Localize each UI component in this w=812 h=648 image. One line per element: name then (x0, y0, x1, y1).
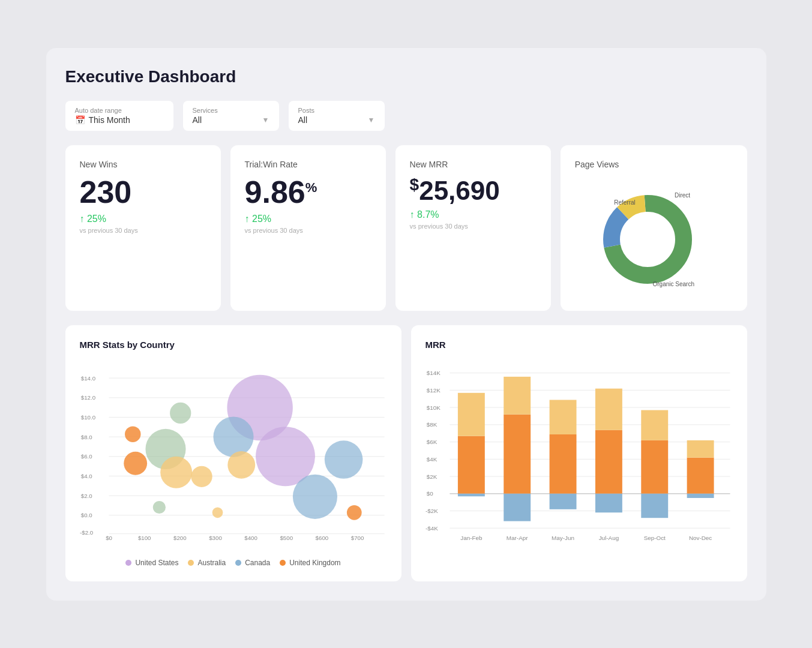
new-mrr-change: ↑ 8.7% (410, 209, 537, 220)
svg-text:$12.0: $12.0 (80, 394, 95, 401)
svg-text:$12K: $12K (426, 386, 440, 393)
page-views-donut: Direct Referral Organic Search (575, 176, 733, 296)
svg-point-44 (324, 440, 362, 479)
date-range-filter[interactable]: Auto date range 📅 This Month (65, 101, 173, 131)
metrics-row: New Wins 230 ↑ 25% vs previous 30 days T… (65, 145, 747, 311)
svg-rect-74 (504, 376, 531, 414)
svg-point-47 (346, 505, 361, 520)
legend-dot-au (188, 560, 194, 566)
bar-area: $14K $12K $10K $8K $6K $4K $2K $0 -$2K -… (426, 359, 733, 551)
svg-point-46 (212, 507, 223, 518)
scatter-svg: $14.0 $12.0 $10.0 $8.0 $6.0 $4.0 $2.0 $0… (80, 359, 387, 551)
scatter-chart-card: MRR Stats by Country $14.0 $12.0 $10.0 $… (65, 325, 401, 581)
donut-chart: Direct Referral Organic Search (594, 179, 714, 293)
svg-point-37 (125, 426, 140, 442)
svg-rect-73 (504, 414, 531, 493)
svg-text:$600: $600 (315, 535, 328, 541)
svg-text:$10K: $10K (426, 404, 440, 410)
legend-label-uk: United Kingdom (289, 559, 340, 567)
legend-label-us: United States (135, 559, 178, 567)
svg-text:$500: $500 (280, 535, 293, 541)
svg-text:$8K: $8K (426, 421, 437, 428)
new-mrr-card: New MRR $25,690 ↑ 8.7% vs previous 30 da… (395, 145, 551, 311)
svg-point-3 (622, 214, 673, 265)
svg-rect-81 (595, 430, 622, 493)
svg-point-39 (160, 456, 192, 488)
svg-text:$0: $0 (426, 490, 433, 497)
svg-rect-89 (687, 457, 714, 493)
dashboard: Executive Dashboard Auto date range 📅 Th… (46, 48, 766, 601)
trial-win-rate-card: Trial:Win Rate 9.86% ↑ 25% vs previous 3… (230, 145, 386, 311)
trial-win-rate-change: ↑ 25% (245, 214, 371, 224)
svg-rect-75 (504, 493, 531, 521)
svg-rect-71 (457, 493, 484, 496)
services-filter[interactable]: Services All ▼ (183, 101, 279, 131)
filters-bar: Auto date range 📅 This Month Services Al… (65, 101, 747, 131)
page-views-card: Page Views Dire (561, 145, 747, 311)
svg-text:May-Jun: May-Jun (552, 535, 574, 541)
services-label: Services (193, 107, 269, 114)
new-wins-comparison: vs previous 30 days (80, 227, 206, 234)
svg-text:$10.0: $10.0 (80, 413, 95, 420)
page-views-title: Page Views (575, 160, 733, 169)
svg-text:Sep-Oct: Sep-Oct (643, 535, 665, 541)
svg-rect-87 (641, 493, 668, 517)
trial-win-rate-value: 9.86% (245, 176, 371, 208)
date-range-label: Auto date range (75, 107, 164, 114)
svg-text:$4.0: $4.0 (80, 472, 92, 479)
svg-text:$14.0: $14.0 (80, 374, 95, 381)
svg-text:$200: $200 (173, 535, 187, 541)
new-mrr-comparison: vs previous 30 days (410, 223, 537, 230)
new-mrr-value: $25,690 (410, 176, 537, 204)
new-wins-change: ↑ 25% (80, 214, 206, 224)
svg-text:$300: $300 (209, 535, 222, 541)
bar-chart-title: MRR (426, 340, 733, 350)
svg-rect-83 (595, 493, 622, 512)
svg-text:$4K: $4K (426, 455, 437, 462)
date-range-value: 📅 This Month (75, 115, 164, 125)
svg-rect-85 (641, 440, 668, 493)
svg-text:$0.0: $0.0 (80, 512, 92, 518)
svg-text:Referral: Referral (614, 199, 636, 206)
posts-filter[interactable]: Posts All ▼ (289, 101, 385, 131)
legend-dot-uk (280, 560, 286, 566)
svg-text:$2K: $2K (426, 473, 437, 479)
svg-text:Mar-Apr: Mar-Apr (506, 535, 528, 541)
scatter-chart-title: MRR Stats by Country (80, 340, 387, 350)
scatter-area: $14.0 $12.0 $10.0 $8.0 $6.0 $4.0 $2.0 $0… (80, 359, 387, 551)
svg-text:$400: $400 (244, 535, 257, 541)
new-mrr-title: New MRR (410, 160, 537, 169)
posts-label: Posts (298, 107, 375, 114)
scatter-legend: United States Australia Canada United Ki… (80, 559, 387, 567)
new-wins-title: New Wins (80, 160, 206, 169)
bar-chart-card: MRR $14K $12K $10K $8K $6K $4K $2K $0 -$… (411, 325, 747, 581)
svg-text:-$2.0: -$2.0 (80, 529, 94, 536)
svg-text:$100: $100 (137, 535, 151, 541)
svg-point-40 (191, 466, 212, 487)
svg-point-41 (227, 451, 255, 478)
svg-point-34 (213, 416, 253, 457)
svg-text:$14K: $14K (426, 370, 440, 376)
svg-rect-78 (549, 400, 576, 434)
svg-text:Nov-Dec: Nov-Dec (688, 535, 711, 541)
chevron-down-icon: ▼ (262, 116, 269, 124)
trial-win-rate-title: Trial:Win Rate (245, 160, 371, 169)
svg-text:$0: $0 (106, 535, 112, 541)
legend-item-us: United States (125, 559, 178, 567)
svg-text:$6K: $6K (426, 439, 437, 445)
svg-text:-$4K: -$4K (426, 524, 438, 531)
new-wins-card: New Wins 230 ↑ 25% vs previous 30 days (65, 145, 221, 311)
svg-text:Jan-Feb: Jan-Feb (460, 535, 483, 541)
trial-win-rate-comparison: vs previous 30 days (245, 227, 371, 234)
calendar-icon: 📅 (75, 115, 85, 125)
svg-point-45 (152, 500, 165, 513)
page-title: Executive Dashboard (65, 67, 747, 86)
svg-point-35 (170, 402, 191, 423)
svg-text:Jul-Aug: Jul-Aug (598, 535, 618, 541)
posts-value: All ▼ (298, 115, 375, 125)
svg-point-38 (124, 451, 147, 475)
svg-text:$2.0: $2.0 (80, 492, 92, 499)
bar-chart-svg: $14K $12K $10K $8K $6K $4K $2K $0 -$2K -… (426, 359, 733, 551)
legend-label-ca: Canada (245, 559, 270, 567)
svg-text:$8.0: $8.0 (80, 433, 92, 440)
